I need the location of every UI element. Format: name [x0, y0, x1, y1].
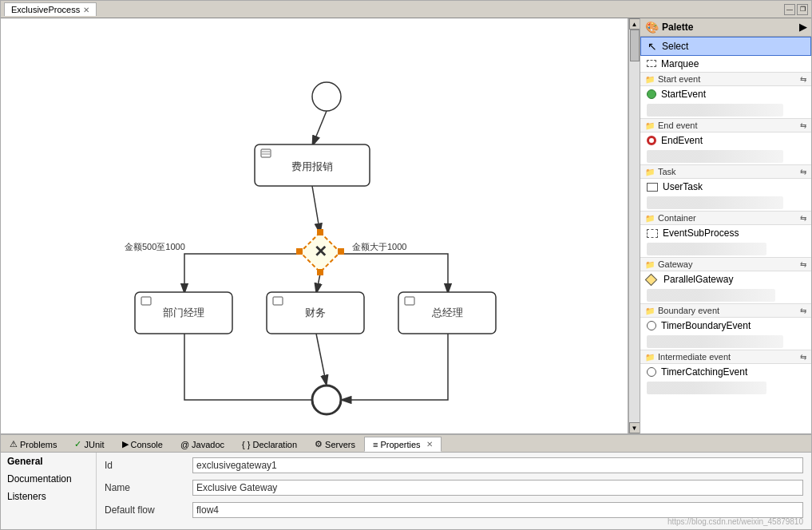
edge-label-gateway-task4: 金额大于1000 [352, 242, 406, 251]
listeners-button[interactable]: Listeners [1, 488, 96, 505]
bpmn-canvas: 金额500至1000 金额大于1000 费用报销 ✕ [1, 18, 628, 433]
palette-expand-button[interactable]: ▶ [799, 22, 806, 33]
prop-name-input[interactable] [192, 480, 803, 496]
section-pin-gateway-icon: ⇆ [800, 260, 806, 269]
palette-section-task[interactable]: 📁 Task ⇆ [640, 164, 811, 179]
prop-id-label: Id [105, 460, 184, 471]
task3-label: 财务 [305, 307, 326, 318]
bottom-content: General Documentation Listeners Id Name … [1, 453, 811, 529]
palette-section-gateway[interactable]: 📁 Gateway ⇆ [640, 257, 811, 271]
canvas-scrollbar[interactable]: ▲ ▼ [628, 18, 640, 433]
scrollbar-up-button[interactable]: ▲ [629, 18, 640, 30]
palette-item-timer-start [647, 104, 783, 117]
tab-javadoc[interactable]: @ Javadoc [172, 437, 233, 452]
prop-id-input[interactable] [192, 457, 803, 473]
palette-item-select[interactable]: ↖ Select [640, 37, 811, 56]
app-window: ExclusiveProcess ✕ — ❐ [0, 0, 812, 530]
minimize-button[interactable]: — [784, 4, 795, 15]
junit-label: JUnit [84, 440, 104, 449]
palette-item-user-task[interactable]: UserTask [640, 179, 811, 195]
timer-catching-icon [647, 367, 656, 377]
palette-item-signal [647, 382, 766, 394]
properties-sidebar: General Documentation Listeners [1, 453, 97, 529]
tab-junit[interactable]: ✓ JUnit [65, 437, 113, 452]
section-container-label: Container [658, 213, 696, 223]
marquee-icon [647, 58, 656, 69]
palette-item-end-event[interactable]: EndEvent [640, 132, 811, 148]
tab-console[interactable]: ▶ Console [113, 437, 172, 452]
palette-section-start-event[interactable]: 📁 Start event ⇆ [640, 72, 811, 86]
palette-section-intermediate-event[interactable]: 📁 Intermediate event ⇆ [640, 350, 811, 364]
tab-properties[interactable]: ≡ Properties ✕ [364, 437, 442, 452]
properties-icon: ≡ [373, 440, 378, 449]
bottom-tabs: ⚠ Problems ✓ JUnit ▶ Console @ Javadoc {… [1, 435, 811, 453]
start-event-shape[interactable] [312, 82, 341, 111]
palette-item-timer-catching[interactable]: TimerCatchingEvent [640, 364, 811, 380]
gateway-handle-bottom [317, 269, 323, 275]
palette-item-script [647, 196, 783, 209]
documentation-button[interactable]: Documentation [1, 470, 96, 488]
end-event-label: EndEvent [661, 135, 703, 146]
end-event-shape[interactable] [312, 386, 341, 414]
select-icon: ↖ [648, 40, 657, 53]
section-intermediate-label: Intermediate event [658, 352, 731, 362]
section-boundary-label: Boundary event [658, 306, 719, 315]
scrollbar-down-button[interactable]: ▼ [629, 422, 640, 433]
section-folder-icon-boundary: 📁 [645, 307, 655, 315]
edge-gateway-task3 [316, 274, 320, 294]
task2-label: 部门经理 [163, 307, 204, 318]
tab-label: ExclusiveProcess [11, 5, 80, 14]
palette-section-end-event[interactable]: 📁 End event ⇆ [640, 118, 811, 132]
palette-item-timer-boundary[interactable]: TimerBoundaryEvent [640, 318, 811, 334]
edge-gateway-task2 [184, 254, 304, 294]
palette-section-boundary-event[interactable]: 📁 Boundary event ⇆ [640, 303, 811, 318]
restore-button[interactable]: ❐ [797, 4, 808, 15]
tab-declaration[interactable]: { } Declaration [233, 437, 306, 452]
editor-tab[interactable]: ExclusiveProcess ✕ [4, 2, 97, 16]
properties-tab-close[interactable]: ✕ [426, 440, 433, 449]
palette-icon: 🎨 [645, 21, 659, 34]
tab-servers[interactable]: ⚙ Servers [306, 437, 364, 452]
gateway-handle-right [338, 248, 344, 255]
window-controls: — ❐ [784, 4, 808, 15]
section-folder-icon: 📁 [645, 75, 655, 84]
palette-item-start-event[interactable]: StartEvent [640, 86, 811, 102]
edge-task1-gateway [312, 186, 320, 234]
prop-default-flow-input[interactable] [192, 502, 803, 518]
section-folder-icon-end: 📁 [645, 121, 655, 130]
palette-item-excl-gateway [647, 289, 775, 302]
section-folder-icon-container: 📁 [645, 214, 655, 223]
palette-header: 🎨 Palette ▶ [640, 18, 811, 37]
console-label: Console [131, 440, 163, 449]
section-start-event-label: Start event [658, 74, 700, 84]
watermark: https://blog.csdn.net/weixin_45879810 [667, 517, 803, 526]
junit-icon: ✓ [74, 439, 81, 449]
section-end-event-label: End event [658, 121, 698, 130]
scrollbar-thumb[interactable] [630, 30, 640, 61]
properties-main: Id Name Default flow https://blog.csdn.n… [97, 453, 811, 529]
timer-catching-label: TimerCatchingEvent [661, 366, 747, 378]
canvas-area[interactable]: 金额500至1000 金额大于1000 费用报销 ✕ [1, 18, 628, 433]
tab-close-button[interactable]: ✕ [83, 6, 89, 14]
console-icon: ▶ [122, 439, 129, 449]
declaration-icon: { } [242, 440, 250, 449]
palette-item-marquee[interactable]: Marquee [640, 56, 811, 72]
servers-label: Servers [325, 440, 355, 449]
gateway-handle-top [317, 229, 323, 235]
palette-item-parallel-gateway[interactable]: ParallelGateway [640, 271, 811, 287]
section-pin-end-icon: ⇆ [800, 121, 806, 130]
user-task-icon [647, 183, 658, 192]
problems-icon: ⚠ [10, 439, 18, 449]
section-folder-icon-gateway: 📁 [645, 260, 655, 269]
properties-label: Properties [380, 440, 420, 449]
prop-default-flow-label: Default flow [105, 504, 184, 516]
palette-title: Palette [662, 22, 693, 33]
tab-problems[interactable]: ⚠ Problems [1, 437, 65, 452]
timer-boundary-label: TimerBoundaryEvent [661, 320, 751, 331]
general-section-label: General [1, 453, 96, 470]
palette-item-event-subprocess[interactable]: EventSubProcess [640, 225, 811, 241]
palette-section-container[interactable]: 📁 Container ⇆ [640, 211, 811, 225]
task1-label: 费用报销 [291, 160, 333, 172]
end-event-icon [647, 136, 656, 145]
parallel-gateway-label: ParallelGateway [663, 274, 733, 285]
